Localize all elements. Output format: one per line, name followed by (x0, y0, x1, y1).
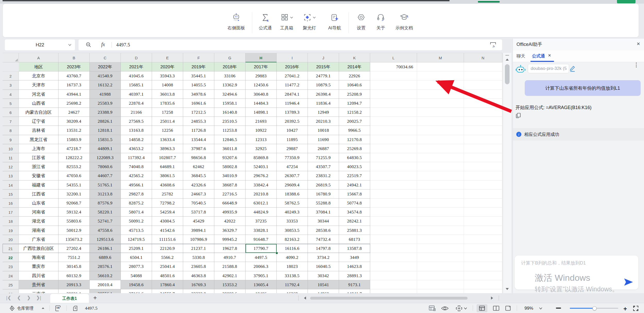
tab-formula-close-icon[interactable]: ✕ (548, 53, 551, 58)
cell-C17[interactable]: 58220.1 (90, 208, 121, 217)
cell-I14[interactable]: 29609.4 (277, 180, 308, 190)
cell-C13[interactable]: 44607.7 (90, 171, 121, 180)
cell-C1[interactable]: 2022年 (90, 62, 121, 71)
cell-D2[interactable]: 41045.6 (121, 71, 152, 80)
cell-D21[interactable]: 25209.1 (121, 244, 152, 253)
cell-F24[interactable]: 46363.8 (183, 271, 214, 280)
cell-E13[interactable]: 38061.5 (152, 171, 183, 180)
split-handle[interactable] (505, 55, 509, 56)
cell-C19[interactable]: 47558.6 (90, 226, 121, 235)
cell-N6[interactable] (464, 108, 502, 117)
cell-L6[interactable] (370, 108, 417, 117)
row-header-17[interactable]: 17 (3, 208, 19, 217)
cell-L20[interactable] (370, 235, 417, 244)
cell-I16[interactable]: 58762.5 (277, 199, 308, 208)
cell-F16[interactable]: 70540.5 (183, 199, 214, 208)
cell-B9[interactable]: 15883.9 (58, 135, 90, 144)
cell-G2[interactable]: 33106 (214, 71, 245, 80)
cell-D17[interactable]: 58071.4 (121, 208, 152, 217)
cell-J3[interactable]: 10879.5 (308, 80, 339, 89)
cell-C9[interactable]: 15831.5 (90, 135, 121, 144)
titlebar-green-button[interactable] (617, 0, 635, 3)
cell-G8[interactable]: 11253.8 (214, 126, 245, 135)
cell-J24[interactable]: 30342 (308, 271, 339, 280)
cell-L3[interactable] (370, 80, 417, 89)
cell-N21[interactable] (464, 244, 502, 253)
cell-A6[interactable]: 内蒙古自治区 (19, 108, 58, 117)
hscroll-left-icon[interactable] (304, 296, 306, 300)
cell-M15[interactable] (417, 190, 464, 199)
cell-M9[interactable] (417, 135, 464, 144)
select-all-corner[interactable] (3, 53, 19, 62)
cell-K13[interactable]: 22519.7 (339, 171, 370, 180)
cell-I8[interactable]: 10427 (277, 126, 308, 135)
cell-N18[interactable] (464, 217, 502, 226)
cell-N13[interactable] (464, 171, 502, 180)
cell-B14[interactable]: 54355.1 (58, 180, 90, 190)
cell-D15[interactable]: 29827.8 (121, 190, 152, 199)
cell-G23[interactable]: 21588.8 (214, 262, 245, 271)
cell-N15[interactable] (464, 190, 502, 199)
cell-J7[interactable]: 20210.3 (308, 117, 339, 126)
cell-K5[interactable]: 12094.7 (339, 99, 370, 108)
column-header-D[interactable]: D (121, 53, 152, 62)
cell-C20[interactable]: 129513.6 (90, 235, 121, 244)
cell-L25[interactable] (370, 280, 417, 289)
cell-B16[interactable]: 92068.7 (58, 199, 90, 208)
cell-D19[interactable]: 45713.5 (121, 226, 152, 235)
cell-F19[interactable]: 39894.1 (183, 226, 214, 235)
cell-I17[interactable]: 40249.3 (277, 208, 308, 217)
cell-G13[interactable]: 34010.9 (214, 171, 245, 180)
cell-A21[interactable]: 广西壮族自治区 (19, 244, 58, 253)
cell-L14[interactable] (370, 180, 417, 190)
cell-J16[interactable]: 55288.8 (308, 199, 339, 208)
cell-D7[interactable]: 27569.5 (121, 117, 152, 126)
cell-G4[interactable]: 32494.6 (214, 90, 245, 99)
cell-J25[interactable]: 10541 (308, 280, 339, 289)
cell-G10[interactable]: 36011.8 (214, 144, 245, 153)
cell-C18[interactable]: 52741.7 (90, 217, 121, 226)
last-sheet-icon[interactable]: ❯| (36, 295, 41, 301)
cell-C16[interactable]: 87576.9 (90, 199, 121, 208)
cell-C11[interactable]: 122089.3 (90, 153, 121, 162)
cell-C8[interactable]: 12818.1 (90, 126, 121, 135)
cell-H16[interactable]: 63012.1 (245, 199, 277, 208)
cell-J15[interactable]: 16780.9 (308, 190, 339, 199)
cell-J5[interactable]: 11836.4 (308, 99, 339, 108)
cell-H17[interactable]: 44824.9 (245, 208, 277, 217)
cell-B24[interactable]: 60132.9 (58, 271, 90, 280)
spreadsheet-grid[interactable]: ABCDEFGHIJKLMN地区2023年2022年2021年2020年2019… (0, 0, 503, 294)
cell-C3[interactable]: 16132.2 (90, 80, 121, 89)
cell-M1[interactable] (417, 62, 464, 71)
cell-H10[interactable]: 32925 (245, 144, 277, 153)
cell-D11[interactable]: 117392.4 (121, 153, 152, 162)
cell-A24[interactable]: 四川省 (19, 271, 58, 280)
row-header-7[interactable]: 7 (3, 117, 19, 126)
cell-M10[interactable] (417, 144, 464, 153)
cell-L15[interactable] (370, 190, 417, 199)
cell-H14[interactable]: 33842.4 (245, 180, 277, 190)
row-header-11[interactable]: 11 (3, 153, 19, 162)
cell-K16[interactable]: 50774.8 (339, 199, 370, 208)
cell-A11[interactable]: 江苏省 (19, 153, 58, 162)
scroll-down-icon[interactable] (506, 288, 509, 290)
cell-H25[interactable]: 13605.4 (245, 280, 277, 289)
cell-G9[interactable]: 12846.5 (214, 135, 245, 144)
cell-N19[interactable] (464, 226, 502, 235)
cell-E20[interactable]: 111151.6 (152, 235, 183, 244)
cell-L24[interactable] (370, 271, 417, 280)
cell-K12[interactable]: 40023.5 (339, 162, 370, 171)
cell-C6[interactable]: 23388.9 (90, 108, 121, 117)
cell-C10[interactable]: 44809.1 (90, 144, 121, 153)
send-icon[interactable] (624, 278, 633, 286)
cell-F21[interactable]: 21237.1 (183, 244, 214, 253)
column-header-K[interactable]: K (339, 53, 370, 62)
cell-M18[interactable] (417, 217, 464, 226)
cell-G6[interactable]: 16140.8 (214, 108, 245, 117)
zoom-level[interactable]: 99% (524, 306, 533, 311)
row-header-5[interactable]: 5 (3, 99, 19, 108)
cell-J18[interactable]: 30344 (308, 217, 339, 226)
cell-E19[interactable]: 41542.6 (152, 226, 183, 235)
cell-N7[interactable] (464, 117, 502, 126)
cell-D4[interactable]: 40397.1 (121, 90, 152, 99)
